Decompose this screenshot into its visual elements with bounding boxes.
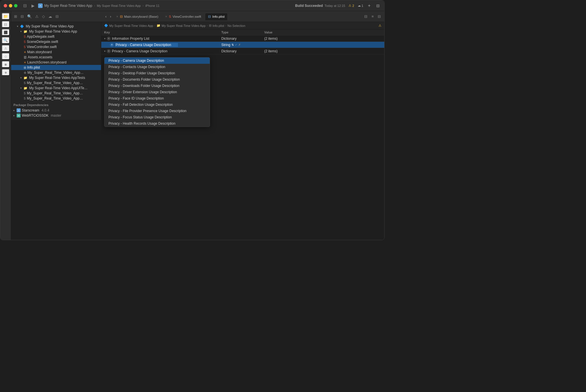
debug-tool-button[interactable]: ◉ [2,61,10,68]
sidebar-item-app-group[interactable]: ▾ 📁 My Super Real-Time Video App [11,29,101,34]
sidebar-item-infoplist[interactable]: ⊟ Info.plist [11,65,101,70]
xcassets-icon: 🖼 [24,56,27,59]
plist-row-editing[interactable]: + String ⇅ ✓ ✗ Privacy - Camera Usage De… [101,42,384,48]
breadcrumb-bar: 🔷 My Super Real-Time Video App › 📁 My Su… [101,22,384,29]
folder-tool-button[interactable]: 📁 [2,13,10,20]
source-control-button[interactable]: ⊟ [2,21,10,28]
type-cancel-icon[interactable]: ✗ [238,43,241,46]
sidebar-item-mainstoryboard[interactable]: ✕ Main.storyboard [11,49,101,55]
plist-root-type: Dictionary [221,37,264,41]
breadcrumb-app[interactable]: My Super Real-Time Video App [109,24,153,27]
nav-forward-button[interactable]: › [108,14,113,19]
plist-second-value: (2 items) [264,49,382,53]
plist-add-btn-second[interactable]: + [107,49,111,53]
tests-tool-button[interactable]: ◇ [2,53,10,60]
search-tool-button[interactable]: 🔍 [2,37,10,44]
add-button[interactable]: + [367,2,372,9]
tab-close-icon-vc[interactable]: ✕ [165,15,167,18]
tab-infoplist[interactable]: ⊟ Info.plist [205,13,228,20]
sidebar-item-project-root[interactable]: ▾ 🔷 My Super Real-Time Video App [11,24,101,29]
dropdown-item-4[interactable]: Privacy - Downloads Folder Usage Descrip… [104,83,210,89]
launchscreen-label: LaunchScreen.storyboard [27,60,66,64]
chevron-down-icon-tests: ▾ [20,76,22,79]
tab-infoplist-label: Info.plist [212,15,225,18]
dropdown-item-8[interactable]: Privacy - File Provider Presence Usage D… [104,108,210,114]
sidebar-item-tests-file[interactable]: S My_Super_Real_Time_Video_App… [11,80,101,85]
editor-inspector-btn[interactable]: ⊟ [377,13,382,19]
sidebar-view-btn-3[interactable]: 🔍 [26,13,33,19]
plist-chevron-second[interactable]: ▾ [104,50,106,53]
sidebar-view-btn-6[interactable]: ☁ [47,13,53,19]
sidebar-item-uitests-group[interactable]: ▾ 📁 My Super Real-Time Video AppUITe… [11,85,101,91]
close-button[interactable] [4,4,7,7]
dropdown-item-10[interactable]: Privacy - Health Records Usage Descripti… [104,120,210,127]
sidebar-item-scenedelegate[interactable]: S SceneDelegate.swift [11,39,101,44]
plist-add-btn-root[interactable]: + [107,37,111,41]
package-starscream[interactable]: ▸ S Starscream 4.0.4 [11,108,101,113]
sidebar-view-btn-2[interactable]: ⊟ [19,13,25,19]
plist-row-second[interactable]: ▾ + Privacy - Camera Usage Description D… [101,48,384,54]
warning-badge[interactable]: ⚠ 2 [349,4,354,7]
breadcrumb-sep-3: › [225,24,226,27]
nav-back-button[interactable]: ‹ [104,14,108,19]
sidebar-view-btn-7[interactable]: ⊟ [54,13,60,19]
key-column-header: Key [104,31,221,34]
sidebar-item-viewcontroller[interactable]: S ViewController.swift [11,44,101,49]
left-toolbar: 📁 ⊟ ⬛ 🔍 ⚠ ◇ ◉ ◈ [0,11,11,240]
build-status-text: Build Succeeded [295,4,323,8]
sidebar-item-generic1[interactable]: ⚙ My_Super_Real_Time_Video_App… [11,70,101,75]
play-button[interactable]: ▶ [30,3,36,9]
package-webrtc[interactable]: ▸ W WebRTCiOSSDK master [11,113,101,118]
tests-file-label: My_Super_Real_Time_Video_App… [27,81,83,85]
breadcrumb-sep-2: › [207,24,207,27]
editor-list-btn[interactable]: ≡ [370,13,375,19]
breadcrumb-selection[interactable]: No Selection [227,24,245,27]
sidebar-view-btn-1[interactable]: ⊞ [13,13,18,19]
tabs-area: ✕ ⊟ Main.storyboard (Base) ✕ S ViewContr… [113,13,363,20]
sidebar-item-uitests-file1[interactable]: S My_Super_Real_Time_Video_App… [11,91,101,96]
tab-viewcontroller[interactable]: ✕ S ViewController.swift [162,13,204,20]
minimize-button[interactable] [9,4,12,7]
breadcrumb-plist[interactable]: Info.plist [213,24,224,27]
plist-key-input-editing[interactable] [115,43,178,47]
plist-column-headers: Key Type Value [101,29,384,35]
sidebar-item-appdelegate[interactable]: S AppDelegate.swift [11,34,101,39]
cloud-badge[interactable]: ☁ 1 [358,4,363,7]
breakpoints-tool-button[interactable]: ◈ [2,69,10,76]
project-icon: A [38,3,43,8]
editor-split-btn[interactable]: ⊟ [363,13,369,19]
plist-type-editing: String ⇅ ✓ ✗ [221,43,264,47]
sidebar-item-assets[interactable]: 🖼 Assets.xcassets [11,55,101,60]
body-container: 📁 ⊟ ⬛ 🔍 ⚠ ◇ ◉ ◈ ⊞ ⊟ 🔍 ⚠ ◇ ☁ ⊟ ▾ 🔷 My Sup… [0,11,384,240]
dropdown-item-7[interactable]: Privacy - Fall Detection Usage Descripti… [104,102,210,108]
dropdown-item-5[interactable]: Privacy - Driver Extension Usage Descrip… [104,89,210,95]
titlebar: ⊟ ▶ A My Super Real-Time Video App › My … [0,0,384,11]
tab-close-icon-storyboard[interactable]: ✕ [116,15,118,18]
sidebar-view-btn-5[interactable]: ◇ [41,13,46,19]
type-done-icon[interactable]: ✓ [235,43,237,46]
breadcrumb-folder[interactable]: My Super Real-Time Video App [162,24,205,27]
sidebar-item-uitests-file2[interactable]: S My_Super_Real_Time_Video_App… [11,96,101,101]
chevron-down-icon: ▾ [17,25,18,28]
plist-add-btn-editing[interactable]: + [110,43,114,47]
sidebar-item-tests-group[interactable]: ▾ 📁 My Super Real-Time Video AppTests [11,75,101,80]
type-stepper[interactable]: ⇅ [231,43,234,46]
maximize-button[interactable] [14,4,17,7]
plist-chevron-root[interactable]: ▾ [104,37,106,40]
dropdown-item-9[interactable]: Privacy - Focus Status Usage Description [104,114,210,120]
dropdown-item-3[interactable]: Privacy - Documents Folder Usage Descrip… [104,76,210,83]
issues-tool-button[interactable]: ⚠ [2,45,10,52]
dropdown-item-2[interactable]: Privacy - Desktop Folder Usage Descripti… [104,70,210,76]
dropdown-item-6[interactable]: Privacy - Face ID Usage Description [104,95,210,102]
plist-editor: Key Type Value ▾ + Information Property … [101,29,384,240]
find-tool-button[interactable]: ⬛ [2,29,10,36]
dropdown-item-0[interactable]: Privacy - Camera Usage Description [104,57,210,64]
tab-mainstoryboard[interactable]: ✕ ⊟ Main.storyboard (Base) [113,13,162,20]
sidebar-view-btn-4[interactable]: ⚠ [34,13,40,19]
app-folder-icon: 📁 [23,30,27,33]
sidebar-toggle-button[interactable]: ⊟ [22,2,28,9]
plist-row-root[interactable]: ▾ + Information Property List Dictionary… [101,35,384,42]
layout-toggle-button[interactable]: ⊟ [375,3,381,9]
sidebar-item-launchscreen[interactable]: ✕ LaunchScreen.storyboard [11,60,101,65]
dropdown-item-1[interactable]: Privacy - Contacts Usage Description [104,64,210,70]
